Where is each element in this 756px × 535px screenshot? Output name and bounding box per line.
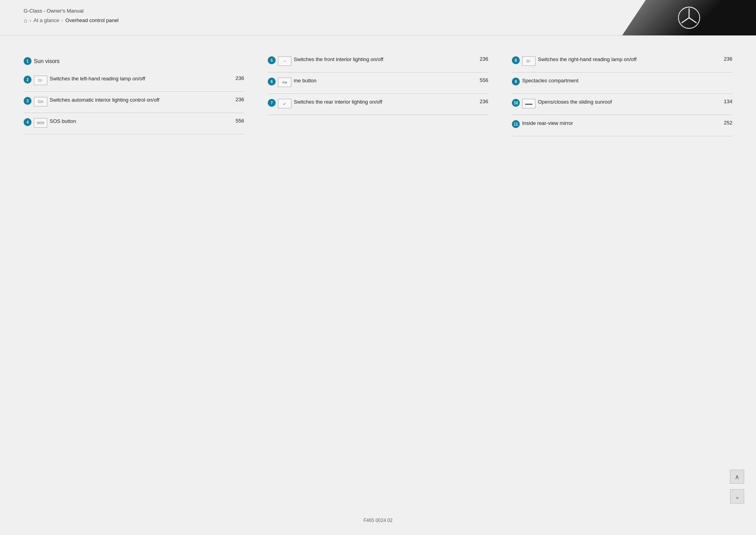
breadcrumb-current-page: Overhead control panel [65,17,119,23]
page-number-item3: 236 [232,97,244,102]
item-text-item8: Switches the right-hand reading lamp on/… [538,56,637,63]
item-row-item4: 4SOSSOS button556 [24,113,244,134]
icon-item6: me [278,78,291,87]
footer: F465 0024 02 [0,518,756,523]
page-number-item10: 134 [720,98,732,104]
header: G-Class - Owner's Manual ⌂ › At a glance… [0,0,756,35]
item-left-item9: 9Spectacles compartment [512,77,732,85]
column-1: 1Sun visors2⊡↑Switches the left-hand rea… [24,51,244,136]
badge-item7: 7 [268,99,276,107]
icon-item5: ~ [278,56,291,66]
item-text-item5: Switches the front interior lighting on/… [294,56,383,63]
item-row-item8: 8⊡↑Switches the right-hand reading lamp … [512,51,732,72]
mercedes-logo-area [622,0,756,35]
item-left-item6: 6meme button [268,77,476,87]
scroll-down-button[interactable]: ⌄ [730,489,744,503]
item-row-item9: 9Spectacles compartment [512,72,732,94]
icon-item2: ⊡↑ [34,76,47,85]
badge-item10: 10 [512,99,520,107]
breadcrumb-sep1: › [30,18,31,23]
item-left-item2: 2⊡↑Switches the left-hand reading lamp o… [24,75,232,85]
item-text-item1: Sun visors [34,58,59,64]
badge-item8: 8 [512,56,520,64]
badge-item4: 4 [24,118,32,126]
item-left-item3: 3⊡ASwitches automatic interior lighting … [24,97,232,106]
page-number-item11: 252 [720,120,732,126]
item-text-item7: Switches the rear interior lighting on/o… [294,98,382,106]
page-number-item8: 236 [720,56,732,62]
icon-item8: ⊡↑ [522,56,536,66]
item-left-item5: 5~Switches the front interior lighting o… [268,56,476,66]
item-left-item4: 4SOSSOS button [24,118,232,128]
item-text-item2: Switches the left-hand reading lamp on/o… [50,75,145,82]
badge-item5: 5 [268,56,276,64]
item-text-item4: SOS button [50,118,76,125]
badge-item9: 9 [512,78,520,85]
page-number-item7: 236 [476,98,488,104]
badge-item11: 11 [512,120,520,128]
icon-item4: SOS [34,118,47,128]
item-row-item11: 11Inside rear-view mirror252 [512,115,732,136]
item-text-item10: Opens/closes the sliding sunroof [538,98,612,106]
app-title: G-Class - Owner's Manual [24,4,732,14]
icon-item10: ▬▬ [522,99,536,108]
badge-item6: 6 [268,78,276,85]
item-left-item11: 11Inside rear-view mirror [512,120,720,128]
page-number-item4: 556 [232,118,244,124]
badge-item2: 2 [24,76,32,84]
breadcrumb: ⌂ › At a glance › Overhead control panel [24,17,732,24]
item-row-item2: 2⊡↑Switches the left-hand reading lamp o… [24,71,244,92]
page-number-item6: 556 [476,77,488,83]
item-row-item10: 10▬▬Opens/closes the sliding sunroof134 [512,94,732,115]
item-heading-item1: 1Sun visors [24,51,244,71]
footer-code: F465 0024 02 [363,518,393,523]
badge-item3: 3 [24,97,32,105]
badge-item1: 1 [24,57,32,65]
breadcrumb-sep2: › [61,18,63,23]
item-row-item5: 5~Switches the front interior lighting o… [268,51,488,72]
icon-item3: ⊡A [34,97,47,106]
column-3: 8⊡↑Switches the right-hand reading lamp … [512,51,732,136]
item-text-item9: Spectacles compartment [522,77,578,84]
item-left-item7: 7↙Switches the rear interior lighting on… [268,98,476,108]
page-number-item5: 236 [476,56,488,62]
item-text-item11: Inside rear-view mirror [522,120,573,127]
scroll-up-button[interactable]: ∧ [730,470,744,484]
item-text-item3: Switches automatic interior lighting con… [50,97,159,104]
item-row-item6: 6meme button556 [268,72,488,94]
page-number-item2: 236 [232,75,244,81]
icon-item7: ↙ [278,99,291,108]
column-2: 5~Switches the front interior lighting o… [268,51,488,136]
breadcrumb-at-a-glance[interactable]: At a glance [33,17,59,23]
item-left-item8: 8⊡↑Switches the right-hand reading lamp … [512,56,720,66]
item-left-item10: 10▬▬Opens/closes the sliding sunroof [512,98,720,108]
mercedes-star-icon [677,6,701,30]
item-text-item6: me button [294,77,317,84]
breadcrumb-home-icon[interactable]: ⌂ [24,17,27,24]
item-row-item3: 3⊡ASwitches automatic interior lighting … [24,92,244,113]
item-row-item7: 7↙Switches the rear interior lighting on… [268,94,488,115]
main-content: 1Sun visors2⊡↑Switches the left-hand rea… [0,35,756,152]
